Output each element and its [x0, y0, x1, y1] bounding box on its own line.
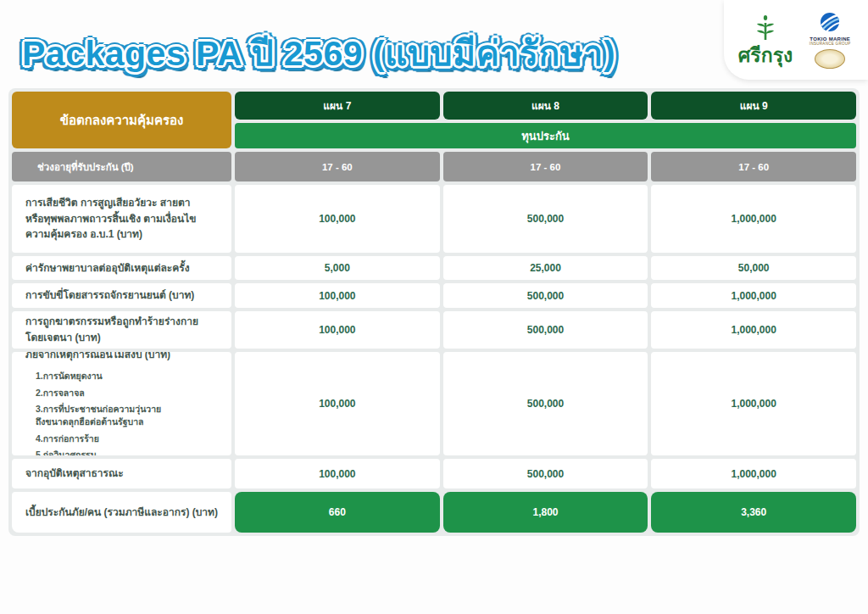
page: Packages PA ปี 2569 (แบบมีค่ารักษา) ศรีก…: [0, 0, 868, 614]
corner-header: ข้อตกลงความคุ้มครอง: [12, 92, 231, 148]
value-murder-plan7: 100,000: [235, 311, 440, 349]
coverage-label-unrest: ภัยจากเหตุการณ์อันไม่สงบ (บาท) 1.การนัดห…: [12, 352, 231, 455]
coverage-label-death: การเสียชีวิต การสูญเสียอวัยวะ สายตา หรือ…: [12, 185, 231, 253]
tokio-globe-icon: [820, 12, 840, 36]
value-death-plan9: 1,000,000: [651, 185, 856, 253]
sum-insured-bar: ทุนประกัน: [235, 123, 856, 148]
srikrung-name: ศรีกรุง: [738, 46, 793, 65]
value-medical-plan9: 50,000: [651, 256, 856, 280]
premium-plan8: 1,800: [443, 492, 648, 533]
value-motorcycle-plan7: 100,000: [235, 283, 440, 308]
unrest-heading: ภัยจากเหตุการณ์อันไม่สงบ (บาท): [25, 352, 170, 362]
premium-label: เบี้ยประกันภัย/คน (รวมภาษีและอากร) (บาท): [12, 492, 231, 533]
sprout-icon: [754, 15, 777, 44]
coverage-label-medical: ค่ารักษาพยาบาลต่ออุบัติเหตุแต่ละครั้ง: [12, 256, 231, 280]
value-medical-plan7: 5,000: [235, 256, 440, 280]
value-public-plan9: 1,000,000: [651, 459, 856, 488]
value-murder-plan8: 500,000: [443, 311, 648, 349]
packages-table: ข้อตกลงความคุ้มครอง แผน 7 แผน 8 แผน 9 ทุ…: [8, 88, 860, 536]
age-range-plan8: 17 - 60: [443, 152, 648, 181]
value-motorcycle-plan8: 500,000: [443, 283, 648, 308]
value-death-plan7: 100,000: [235, 185, 440, 253]
value-murder-plan9: 1,000,000: [651, 311, 856, 349]
value-unrest-plan8: 500,000: [443, 352, 648, 455]
gold-emblem-icon: [815, 49, 845, 69]
value-unrest-plan9: 1,000,000: [651, 352, 856, 455]
unrest-item-3: 3.การที่ประชาชนก่อความวุ่นวาย ถึงขนาดลุก…: [25, 403, 161, 427]
page-title: Packages PA ปี 2569 (แบบมีค่ารักษา): [22, 25, 615, 81]
age-range-plan7: 17 - 60: [235, 152, 440, 181]
packages-grid: ข้อตกลงความคุ้มครอง แผน 7 แผน 8 แผน 9 ทุ…: [12, 92, 856, 533]
logo-box: ศรีกรุง TOKIO MARINE INSURANCE GROUP: [724, 0, 868, 80]
premium-plan7: 660: [235, 492, 440, 533]
unrest-item-2: 2.การจลาจล: [25, 387, 85, 399]
unrest-item-1: 1.การนัดหยุดงาน: [25, 370, 103, 382]
age-range-label: ช่วงอายุที่รับประกัน (ปี): [12, 152, 231, 181]
plan-header-7: แผน 7: [235, 92, 440, 120]
value-motorcycle-plan9: 1,000,000: [651, 283, 856, 308]
coverage-label-murder: การถูกฆาตรกรรมหรือถูกทำร้ายร่างกาย โดยเจ…: [12, 311, 231, 349]
value-death-plan8: 500,000: [443, 185, 648, 253]
unrest-item-4: 4.การก่อการร้าย: [25, 433, 99, 445]
coverage-label-public-accident: จากอุบัติเหตุสาธารณะ: [12, 459, 231, 488]
unrest-item-5: 5.ก่อวินาศกรรม: [25, 449, 97, 455]
premium-plan9: 3,360: [651, 492, 856, 533]
value-public-plan8: 500,000: [443, 459, 648, 488]
tokio-subtitle: INSURANCE GROUP: [810, 42, 851, 46]
value-unrest-plan7: 100,000: [235, 352, 440, 455]
tokio-marine-logo: TOKIO MARINE INSURANCE GROUP: [806, 12, 854, 69]
value-medical-plan8: 25,000: [443, 256, 648, 280]
plan-header-8: แผน 8: [443, 92, 648, 120]
age-range-plan9: 17 - 60: [651, 152, 856, 181]
srikrung-logo: ศรีกรุง: [738, 15, 793, 65]
value-public-plan7: 100,000: [235, 459, 440, 488]
plan-header-9: แผน 9: [651, 92, 856, 120]
coverage-label-motorcycle: การขับขี่โดยสารรถจักรยานยนต์ (บาท): [12, 283, 231, 308]
